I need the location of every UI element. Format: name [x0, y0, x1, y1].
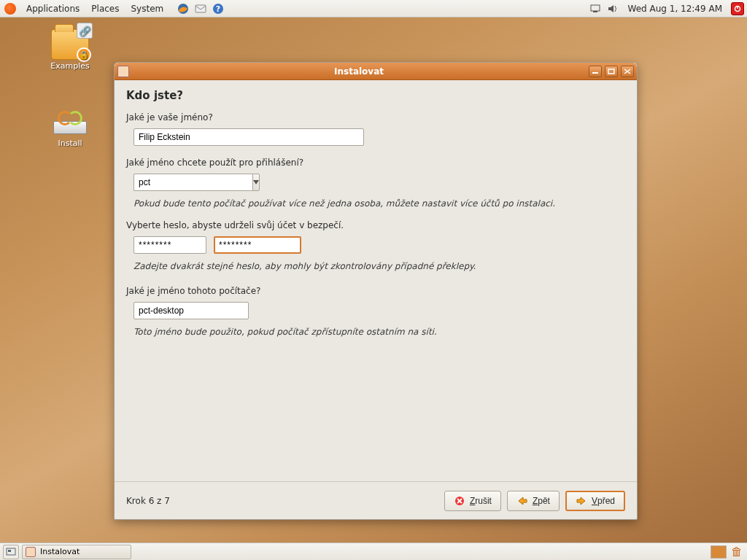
svg-rect-1: [196, 5, 206, 12]
clock[interactable]: Wed Aug 1, 12:49 AM: [624, 4, 727, 14]
arrow-right-icon: [576, 495, 587, 507]
volume-icon[interactable]: [606, 2, 619, 15]
back-button-label: Zpět: [533, 496, 550, 506]
cancel-button-label: Zrušit: [470, 496, 492, 506]
step-indicator: Krok 6 z 7: [126, 496, 170, 506]
menu-applications[interactable]: Applications: [20, 0, 85, 18]
password-input[interactable]: [133, 236, 206, 254]
show-desktop-icon: [6, 548, 16, 556]
password-label: Vyberte heslo, abyste udrželi svůj účet …: [126, 220, 625, 230]
forward-button[interactable]: Vpřed: [565, 491, 625, 511]
install-icon: [51, 106, 89, 137]
window-body: Kdo jste? Jaké je vaše jméno? Jaké jméno…: [115, 80, 637, 481]
name-input[interactable]: [133, 128, 364, 146]
password-hint: Zadejte dvakrát stejné heslo, aby mohly …: [133, 261, 625, 271]
login-input[interactable]: [133, 174, 252, 191]
help-icon[interactable]: ?: [212, 2, 225, 15]
workspace-switcher[interactable]: [711, 545, 727, 559]
menu-places[interactable]: Places: [85, 0, 125, 18]
hostname-input[interactable]: [133, 302, 249, 319]
login-hint: Pokud bude tento počítač používat více n…: [133, 198, 625, 209]
cancel-button[interactable]: Zrušit: [444, 491, 501, 511]
login-dropdown-button[interactable]: [252, 174, 260, 191]
close-button[interactable]: [621, 66, 634, 77]
task-app-icon: [26, 547, 36, 557]
lock-icon: 🔒: [77, 47, 91, 62]
window-footer: Krok 6 z 7 Zrušit Zpět Vpřed: [115, 481, 637, 519]
svg-rect-9: [608, 69, 614, 74]
taskbar-item-label: Instalovat: [40, 547, 80, 556]
power-icon[interactable]: [731, 2, 744, 15]
hostname-hint: Toto jméno bude použito, pokud počítač z…: [133, 327, 625, 337]
minimize-button[interactable]: [589, 66, 602, 77]
mail-icon[interactable]: [194, 2, 207, 15]
window-title: Instalovat: [132, 66, 586, 77]
app-icon: [117, 66, 129, 77]
arrow-left-icon: [516, 495, 528, 507]
trash-icon[interactable]: 🗑: [729, 545, 744, 559]
network-icon[interactable]: [589, 2, 602, 15]
svg-text:?: ?: [216, 4, 220, 14]
show-desktop-button[interactable]: [3, 545, 19, 559]
maximize-button[interactable]: [605, 66, 618, 77]
svg-rect-16: [8, 550, 11, 552]
link-emblem-icon: 🔗: [77, 23, 93, 39]
installer-window: Instalovat Kdo jste? Jaké je vaše jméno?…: [114, 62, 638, 520]
name-label: Jaké je vaše jméno?: [126, 112, 625, 122]
titlebar[interactable]: Instalovat: [115, 63, 637, 80]
page-heading: Kdo jste?: [126, 89, 625, 102]
firefox-icon[interactable]: [177, 2, 190, 15]
ubuntu-logo-icon: [4, 3, 16, 15]
hostname-label: Jaké je jméno tohoto počítače?: [126, 286, 625, 296]
desktop-icon-install[interactable]: Install: [41, 106, 99, 148]
taskbar-item-instalovat[interactable]: Instalovat: [22, 545, 131, 559]
cancel-icon: [454, 495, 465, 507]
back-button[interactable]: Zpět: [507, 491, 560, 511]
svg-rect-5: [593, 11, 597, 12]
password-confirm-input[interactable]: [214, 236, 301, 254]
forward-button-label: Vpřed: [592, 496, 615, 506]
menu-system[interactable]: System: [125, 0, 169, 18]
desktop-icon-label: Install: [41, 139, 99, 148]
chevron-down-icon: [253, 180, 259, 184]
login-label: Jaké jméno chcete použít pro přihlášení?: [126, 158, 625, 168]
svg-rect-4: [591, 5, 600, 11]
bottom-panel: Instalovat 🗑: [0, 542, 747, 560]
top-panel: Applications Places System ? Wed Aug 1, …: [0, 0, 747, 18]
desktop-icon-examples[interactable]: 🔗 🔒 Examples: [41, 29, 99, 71]
folder-icon: 🔗 🔒: [51, 29, 89, 60]
desktop-icon-label: Examples: [41, 61, 99, 71]
login-combo: [133, 174, 258, 191]
